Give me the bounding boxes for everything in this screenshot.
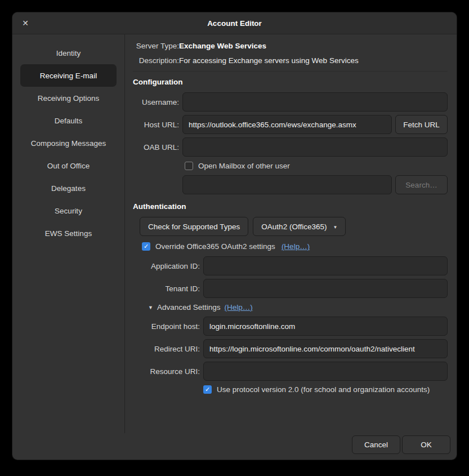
protocol-version-row: ✓ Use protocol version 2.0 (for school a… (203, 385, 448, 394)
open-mailbox-label: Open Mailbox of other user (198, 162, 290, 170)
host-url-input[interactable] (182, 115, 392, 134)
server-type-label: Server Type: (133, 42, 179, 50)
search-button[interactable]: Search… (395, 175, 448, 194)
server-type-value: Exchange Web Services (179, 42, 448, 50)
description-row: Description: For accessing Exchange serv… (133, 56, 448, 65)
open-mailbox-checkbox[interactable] (185, 162, 193, 170)
sidebar-item-out-of-office[interactable]: Out of Office (20, 154, 117, 177)
sidebar-item-delegates[interactable]: Delegates (20, 177, 117, 199)
fetch-url-button[interactable]: Fetch URL (395, 115, 448, 134)
override-oauth2-row: ✓ Override Office365 OAuth2 settings (He… (142, 242, 448, 251)
resource-uri-input[interactable] (203, 362, 448, 381)
screen-background: ✕ Account Editor Identity Receiving E-ma… (0, 0, 469, 476)
account-editor-dialog: ✕ Account Editor Identity Receiving E-ma… (12, 12, 457, 460)
dialog-action-bar: Cancel OK (12, 433, 457, 460)
advanced-settings-expander[interactable]: ▼ Advanced Settings (Help…) (148, 303, 448, 312)
description-value: For accessing Exchange servers using Web… (179, 56, 448, 65)
advanced-help-link[interactable]: (Help…) (225, 303, 253, 312)
application-id-input[interactable] (203, 256, 448, 275)
open-mailbox-row: Open Mailbox of other user (133, 162, 448, 170)
oab-url-input[interactable] (182, 137, 448, 157)
expander-triangle-icon: ▼ (148, 305, 153, 310)
title-bar[interactable]: ✕ Account Editor (12, 12, 457, 34)
application-id-label: Application ID: (133, 262, 200, 270)
redirect-uri-label: Redirect URI: (133, 345, 200, 353)
oab-url-label: OAB URL: (133, 143, 179, 152)
sidebar-item-security[interactable]: Security (20, 199, 117, 222)
check-supported-types-button[interactable]: Check for Supported Types (140, 217, 248, 236)
sidebar-item-defaults[interactable]: Defaults (20, 109, 117, 132)
cancel-button[interactable]: Cancel (352, 435, 400, 454)
close-icon[interactable]: ✕ (19, 16, 32, 30)
resource-uri-row: Resource URI: (133, 362, 448, 381)
server-type-row: Server Type: Exchange Web Services (133, 42, 448, 50)
endpoint-host-label: Endpoint host: (133, 322, 200, 331)
tenant-id-label: Tenant ID: (133, 284, 200, 293)
ok-button[interactable]: OK (402, 435, 450, 454)
sidebar: Identity Receiving E-mail Receiving Opti… (12, 34, 125, 433)
authentication-heading: Authentication (133, 202, 448, 211)
host-url-row: Host URL: Fetch URL (133, 115, 448, 134)
redirect-uri-row: Redirect URI: (133, 339, 448, 358)
oab-url-row: OAB URL: (133, 137, 448, 157)
protocol-version-label: Use protocol version 2.0 (for school and… (217, 385, 430, 394)
username-label: Username: (133, 98, 179, 106)
protocol-version-checkbox[interactable]: ✓ (203, 385, 212, 394)
tenant-id-row: Tenant ID: (133, 279, 448, 298)
sidebar-item-composing-messages[interactable]: Composing Messages (20, 132, 117, 154)
section-divider (133, 71, 448, 72)
sidebar-item-receiving-options[interactable]: Receiving Options (20, 87, 117, 109)
auth-method-value: OAuth2 (Office365) (261, 223, 327, 231)
sidebar-item-identity[interactable]: Identity (20, 42, 117, 64)
override-oauth2-label: Override Office365 OAuth2 settings (155, 242, 275, 251)
host-url-label: Host URL: (133, 121, 179, 129)
redirect-uri-input[interactable] (203, 339, 448, 358)
tenant-id-input[interactable] (203, 279, 448, 298)
sidebar-item-receiving-email[interactable]: Receiving E-mail (20, 64, 117, 87)
configuration-heading: Configuration (133, 78, 448, 86)
settings-panel: Server Type: Exchange Web Services Descr… (125, 34, 457, 433)
application-id-row: Application ID: (133, 256, 448, 275)
auth-buttons-row: Check for Supported Types OAuth2 (Office… (140, 217, 448, 236)
mailbox-search-row: Search… (133, 175, 448, 194)
window-title: Account Editor (207, 19, 262, 28)
endpoint-host-input[interactable] (203, 317, 448, 336)
username-row: Username: (133, 92, 448, 112)
username-input[interactable] (182, 92, 448, 112)
chevron-down-icon: ▼ (333, 225, 337, 230)
auth-method-dropdown[interactable]: OAuth2 (Office365) ▼ (253, 217, 346, 236)
override-oauth2-checkbox[interactable]: ✓ (142, 242, 150, 251)
mailbox-search-input[interactable] (182, 175, 392, 194)
advanced-settings-label: Advanced Settings (157, 303, 221, 312)
override-help-link[interactable]: (Help…) (282, 242, 310, 251)
endpoint-host-row: Endpoint host: (133, 317, 448, 336)
sidebar-item-ews-settings[interactable]: EWS Settings (20, 222, 117, 244)
resource-uri-label: Resource URI: (133, 367, 200, 376)
description-label: Description: (133, 56, 179, 65)
